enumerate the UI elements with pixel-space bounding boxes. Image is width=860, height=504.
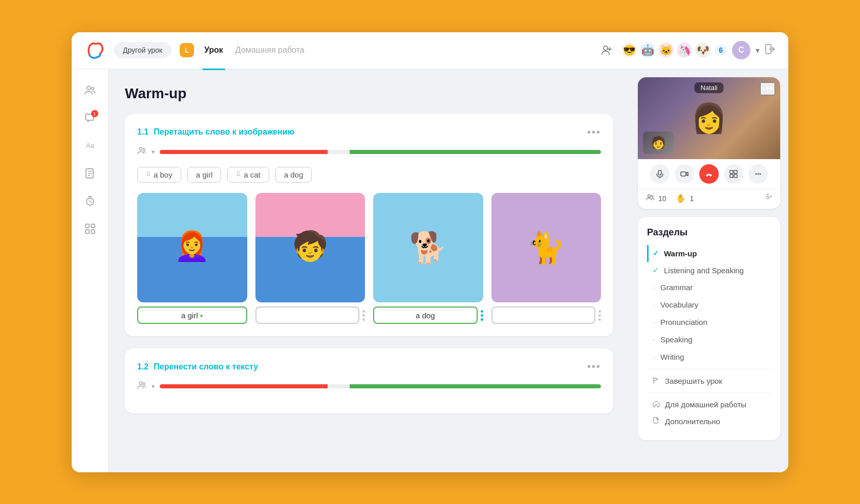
emoji-avatar-1: 😎 — [620, 41, 638, 59]
section-item-writing[interactable]: · Writing — [647, 348, 771, 366]
sidebar-item-timer[interactable] — [79, 190, 101, 212]
emoji-avatar-4: 🦄 — [676, 41, 693, 59]
control-more-button[interactable] — [748, 164, 768, 184]
sidebar-item-grid[interactable] — [79, 217, 101, 240]
section-item-warmup[interactable]: ✓ Warm-up — [647, 245, 771, 262]
answer-box-boy[interactable] — [255, 306, 360, 324]
flag-icon-finish — [653, 377, 660, 385]
progress-bar-2 — [160, 384, 601, 388]
video-more-button[interactable]: ••• — [760, 82, 775, 95]
participants-people-icon — [646, 193, 654, 203]
svg-point-28 — [756, 173, 757, 174]
user-menu-chevron[interactable]: ▾ — [756, 46, 760, 55]
chat-badge: 1 — [91, 110, 98, 117]
nav-right-area: 😎 🤖 🐱 🦄 🐶 6 C ▾ — [598, 41, 776, 59]
svg-point-17 — [139, 147, 142, 150]
video-card: 👩 Natali ••• 🧑 — [638, 77, 780, 209]
word-chip-dog[interactable]: a dog — [275, 167, 312, 183]
progress-bar-red-2 — [160, 384, 328, 388]
exercise-more-button-2[interactable]: ••• — [587, 361, 601, 372]
control-video-button[interactable] — [675, 164, 694, 184]
svg-rect-27 — [734, 174, 737, 178]
progress-bar-1 — [160, 150, 601, 154]
drag-handle-boy-answer[interactable] — [362, 310, 365, 321]
drag-handle-cat-answer[interactable] — [598, 310, 601, 321]
svg-rect-13 — [85, 224, 89, 228]
section-item-grammar[interactable]: · Grammar — [647, 279, 771, 296]
exercise-card-1: 1.1 Перетащить слово к изображению ••• — [125, 114, 613, 337]
exercise-more-button-1[interactable]: ••• — [587, 126, 601, 138]
section-item-listening[interactable]: ✓ Listening and Speaking — [647, 262, 771, 279]
svg-point-31 — [648, 195, 651, 198]
word-chip-boy[interactable]: ⠿ a boy — [137, 167, 181, 183]
word-chip-cat[interactable]: ⠿ a cat — [227, 167, 269, 183]
svg-point-35 — [767, 193, 768, 194]
section-item-vocabulary[interactable]: · Vocabulary — [647, 296, 771, 314]
video-controls — [638, 159, 780, 189]
top-nav: Другой урок L Урок Домашняя работа 😎 🤖 🐱 — [72, 32, 788, 69]
progress-chevron[interactable]: ▾ — [152, 148, 155, 156]
svg-point-32 — [651, 195, 653, 198]
svg-rect-21 — [658, 170, 661, 175]
app-logo — [84, 39, 105, 61]
sidebar-item-people[interactable] — [79, 79, 101, 102]
main-layout: 1 Aa — [72, 69, 788, 472]
tab-homework[interactable]: Домашняя работа — [233, 41, 307, 59]
video-thumbnail-small: 🧑 — [643, 132, 674, 154]
svg-point-5 — [91, 87, 94, 90]
answer-box-dog[interactable]: a dog — [373, 306, 478, 324]
image-slot-girl: a girl ● — [137, 193, 247, 324]
other-lesson-button[interactable]: Другой урок — [114, 42, 171, 58]
sections-divider-2 — [647, 392, 771, 393]
svg-rect-16 — [91, 230, 95, 233]
section-item-speaking[interactable]: · Speaking — [647, 331, 771, 348]
file-icon-additional — [653, 417, 660, 426]
logout-button[interactable] — [765, 43, 776, 57]
image-grid-1: a girl ● — [137, 193, 601, 324]
sidebar-item-translate[interactable]: Aa — [79, 135, 101, 157]
control-end-call-button[interactable] — [699, 164, 719, 184]
section-item-finish[interactable]: Завершить урок — [647, 372, 771, 389]
control-grid-button[interactable] — [724, 164, 743, 184]
correct-dot-girl: ● — [200, 313, 203, 318]
user-avatar-badge[interactable]: C — [732, 41, 750, 59]
emoji-avatar-3: 🐱 — [657, 41, 675, 59]
sections-title: Разделы — [647, 227, 771, 238]
exercise-number-1: 1.1 — [137, 127, 148, 137]
section-dot-pronunciation: · — [653, 318, 655, 327]
add-user-button[interactable] — [598, 41, 615, 59]
section-item-homework[interactable]: Для домашней работы — [647, 396, 771, 413]
control-mic-button[interactable] — [650, 164, 670, 184]
participant-settings-icon[interactable] — [764, 193, 772, 204]
video-person: 👩 — [691, 101, 727, 135]
section-dot-speaking: · — [653, 335, 655, 344]
progress-bar-green-2 — [350, 384, 601, 388]
drag-handle-dog-answer[interactable] — [481, 310, 483, 321]
sections-divider — [647, 369, 771, 369]
svg-rect-14 — [91, 224, 95, 228]
svg-point-19 — [139, 382, 142, 385]
home-icon-homework — [653, 400, 660, 409]
section-item-pronunciation[interactable]: · Pronunciation — [647, 314, 771, 331]
answer-box-cat[interactable] — [491, 306, 596, 324]
svg-rect-24 — [730, 170, 733, 173]
lesson-type-badge: L — [180, 43, 194, 57]
exercise-header-2: 1.2 Перенести слово к тексту ••• — [137, 361, 601, 372]
emoji-avatars-row: 😎 🤖 🐱 🦄 🐶 6 — [620, 41, 727, 59]
exercise-header-1: 1.1 Перетащить слово к изображению ••• — [137, 126, 601, 138]
answer-box-girl[interactable]: a girl ● — [137, 306, 247, 324]
page-title: Warm-up — [125, 85, 613, 102]
drag-handle-cat: ⠿ — [236, 171, 241, 178]
raise-hand-icon: ✋ — [676, 193, 686, 203]
progress-chevron-2[interactable]: ▾ — [152, 383, 155, 390]
progress-bar-red — [160, 150, 328, 154]
word-chip-girl[interactable]: a girl — [187, 167, 222, 183]
sidebar-item-tasks[interactable] — [79, 162, 101, 185]
tab-lesson[interactable]: Урок — [202, 41, 225, 59]
sections-card: Разделы ✓ Warm-up ✓ Listening and Speaki… — [638, 217, 780, 440]
svg-text:Aa: Aa — [86, 142, 95, 149]
svg-point-30 — [760, 173, 761, 174]
section-item-additional[interactable]: Дополнительно — [647, 413, 771, 430]
svg-point-0 — [604, 46, 608, 50]
sidebar-item-chat[interactable]: 1 — [79, 107, 101, 129]
